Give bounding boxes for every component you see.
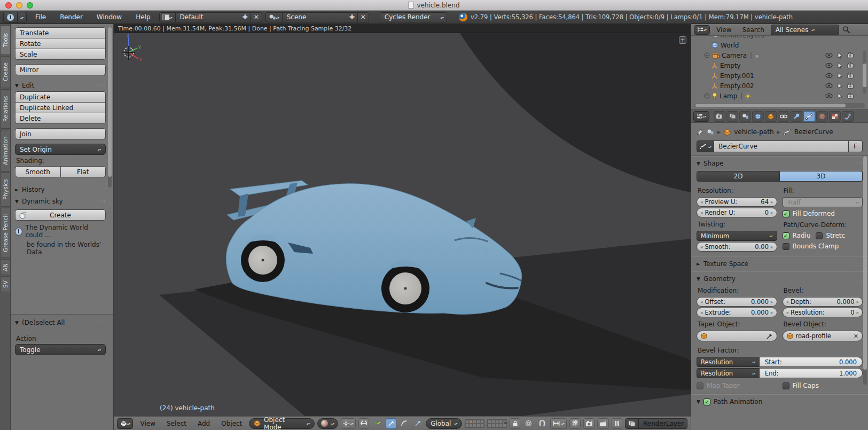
layer-cell[interactable] <box>499 424 503 427</box>
arrow-right-icon[interactable]: ▸ <box>856 299 859 304</box>
outliner-row-clipped[interactable]: RenderLayers <box>694 36 868 40</box>
arrow-left-icon[interactable]: ◂ <box>786 299 789 304</box>
bevel-factor-end-field[interactable]: End: 1.000 <box>760 368 863 378</box>
drag-dots-icon[interactable]: :::: <box>97 84 106 87</box>
selectability-cursor-icon[interactable] <box>838 62 842 69</box>
proportional-edit-selector[interactable] <box>523 418 534 429</box>
outliner-item-label[interactable]: Empty.001 <box>720 72 754 80</box>
selectability-cursor-icon[interactable] <box>838 73 842 79</box>
editor-type-properties-button[interactable]: ▴▾ <box>693 111 709 122</box>
layer-cell[interactable] <box>499 420 503 424</box>
map-taper-row[interactable]: Map Taper <box>697 380 777 391</box>
selectability-cursor-icon[interactable] <box>838 52 842 59</box>
tab-tools[interactable]: Tools <box>0 25 10 55</box>
expand-plus-icon[interactable] <box>704 52 710 58</box>
tab-sv[interactable]: SV <box>0 276 10 292</box>
history-panel-header[interactable]: ► History :::: <box>15 184 106 196</box>
mirror-button[interactable]: Mirror <box>15 64 106 75</box>
outliner-item-label[interactable]: RenderLayers <box>720 36 764 39</box>
layers-grid-1[interactable] <box>465 419 484 428</box>
viewport-3d[interactable]: Time:00:08.60 | Mem:31.54M, Peak:31.56M … <box>114 24 691 430</box>
delete-scene-button[interactable]: ✕ <box>358 13 369 22</box>
renderability-camera-icon[interactable] <box>847 52 854 58</box>
layer-cell-active[interactable] <box>469 420 473 424</box>
arrow-right-icon[interactable]: ▸ <box>771 299 773 304</box>
properties-vertical-scrollbar[interactable] <box>863 155 867 385</box>
outliner-row-empty[interactable]: Empty <box>694 60 868 71</box>
bevel-depth-field[interactable]: ◂ Depth: 0.000 ▸ <box>783 297 863 307</box>
outliner-row-empty-002[interactable]: Empty.002 <box>694 81 868 91</box>
bevel-factor-start-field[interactable]: Start: 0.000 <box>760 357 863 367</box>
scene-icon[interactable] <box>707 129 714 135</box>
renderability-camera-icon[interactable] <box>847 62 854 68</box>
opengl-render-image-button[interactable] <box>583 418 595 429</box>
outliner-tree[interactable]: RenderLayers World Camera | <box>691 36 868 102</box>
clear-object-button[interactable]: ✕ <box>854 333 858 340</box>
tab-physics[interactable] <box>842 111 854 122</box>
pivot-point-selector[interactable]: ▴▾ <box>341 418 356 429</box>
toggle-3d-button[interactable]: 3D <box>780 171 863 182</box>
arrow-left-icon[interactable]: ◂ <box>700 199 703 205</box>
delete-screen-button[interactable]: ✕ <box>251 13 262 22</box>
datablock-type-dropdown[interactable]: ▴▾ <box>697 140 714 152</box>
layer-cell[interactable] <box>473 420 476 424</box>
delete-button[interactable]: Delete <box>15 113 106 124</box>
renderability-camera-icon[interactable] <box>847 73 854 79</box>
visibility-eye-icon[interactable] <box>825 83 833 88</box>
lock-to-scene-button[interactable] <box>510 418 520 429</box>
duplicate-button[interactable]: Duplicate <box>15 91 106 103</box>
layer-cell[interactable] <box>476 420 480 424</box>
manipulator-rotate-button[interactable] <box>399 418 410 429</box>
bevel-object-field[interactable]: road-profile ✕ <box>783 331 863 341</box>
render-engine-selector[interactable]: Cycles Render ▴▾ <box>380 12 447 22</box>
visibility-eye-icon[interactable] <box>825 53 833 58</box>
breadcrumb-data[interactable]: BezierCurve <box>794 128 833 136</box>
viewport-shading-selector[interactable]: ▴▾ <box>317 418 338 429</box>
breadcrumb-object[interactable]: vehicle-path <box>734 128 773 136</box>
pause-render-button[interactable] <box>612 418 622 429</box>
bevel-resolution-field[interactable]: ◂ Resolution: 0 ▸ <box>783 308 863 317</box>
checkbox-checked-icon[interactable]: ✓ <box>783 232 789 239</box>
layer-cell[interactable] <box>488 424 491 427</box>
arrow-right-icon[interactable]: ▸ <box>771 310 773 315</box>
select-menu[interactable]: Select <box>162 420 191 427</box>
tab-physics[interactable]: Physics <box>0 173 10 207</box>
operator-panel-header[interactable]: ▼ (De)select All :::: <box>15 317 106 329</box>
search-icon[interactable] <box>842 26 850 34</box>
arrow-left-icon[interactable]: ◂ <box>700 299 703 304</box>
add-scene-button[interactable]: ✚ <box>347 13 358 22</box>
editor-type-3dview-button[interactable]: ▴▾ <box>117 418 133 429</box>
layer-cell[interactable] <box>476 424 480 427</box>
extrude-field[interactable]: ◂ Extrude: 0.000 ▸ <box>697 308 777 317</box>
renderability-camera-icon[interactable] <box>847 83 854 89</box>
checkbox-icon[interactable] <box>783 382 789 389</box>
visibility-eye-icon[interactable] <box>825 93 833 98</box>
outliner-item-label[interactable]: Lamp <box>720 92 737 100</box>
twist-method-dropdown[interactable]: Minimum ▴▾ <box>697 231 777 241</box>
layer-cell[interactable] <box>465 420 469 424</box>
toggle-2d-button[interactable]: 2D <box>697 171 780 182</box>
arrow-right-icon[interactable]: ▸ <box>771 210 773 215</box>
menu-window[interactable]: Window <box>91 13 127 21</box>
outliner-vertical-scrollbar[interactable] <box>863 51 866 93</box>
shade-flat-button[interactable]: Flat <box>61 166 106 177</box>
editor-type-outliner-button[interactable]: ▴▾ <box>694 25 710 35</box>
screen-layout-selector[interactable]: ▴▾ Default ✚ ✕ <box>159 12 262 22</box>
render-engine-name[interactable]: Cycles Render <box>380 13 438 21</box>
translate-button[interactable]: Translate <box>15 27 106 38</box>
create-dynamic-sky-button[interactable]: Create <box>15 209 106 221</box>
selectability-cursor-icon[interactable] <box>838 83 842 89</box>
layer-cell[interactable] <box>465 424 469 427</box>
add-menu[interactable]: Add <box>193 420 214 427</box>
tab-texture[interactable] <box>829 111 841 122</box>
bounds-clamp-row[interactable]: Bounds Clamp <box>783 241 863 252</box>
mode-selector[interactable]: Object Mode ▴▾ <box>249 418 315 429</box>
duplicate-linked-button[interactable]: Duplicate Linked <box>15 102 106 113</box>
expand-plus-icon[interactable] <box>704 93 710 99</box>
tab-object-data-curve[interactable] <box>803 111 815 122</box>
snap-element-selector[interactable]: ▴▾ <box>550 418 567 429</box>
shape-panel-header[interactable]: ▼ Shape :::: <box>697 158 863 169</box>
visibility-eye-icon[interactable] <box>825 73 833 78</box>
bevel-factor-end-mode-dropdown[interactable]: Resolution ▴▾ <box>697 368 760 378</box>
geometry-panel-header[interactable]: ▼ Geometry :::: <box>697 273 863 285</box>
